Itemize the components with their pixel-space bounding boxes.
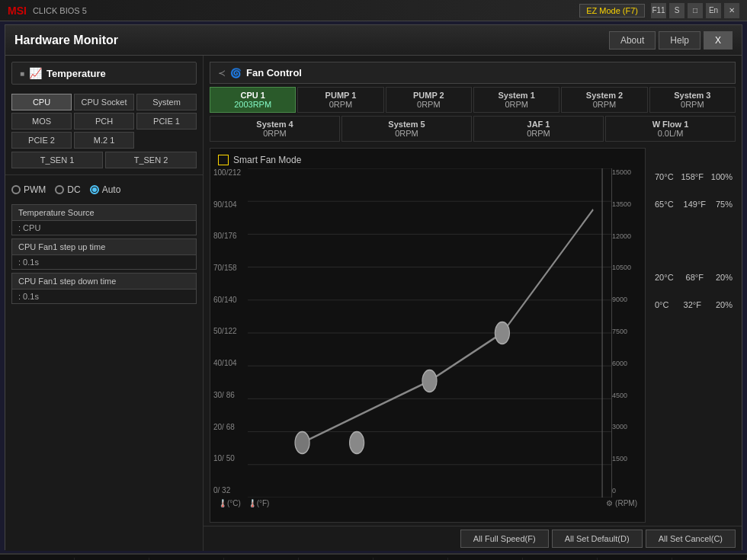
fan-system2-cell[interactable]: System 2 0RPM [561,87,647,113]
fan-jaf1-name: JAF 1 [479,120,598,129]
about-button[interactable]: About [609,31,656,50]
fan-system1-cell[interactable]: System 1 0RPM [473,87,559,113]
y-label-3: 70/158 [213,264,248,272]
fan-pump2-rpm: 0RPM [391,100,466,109]
temperature-label: Temperature [46,68,106,79]
top-icons: F11 S □ En ✕ [651,3,739,18]
set-cancel-button[interactable]: All Set Cancel(C) [646,530,736,548]
rpm-label: (RPM) [615,499,637,507]
fan-wflow1-rpm: 0.0L/M [611,129,730,138]
set-default-button[interactable]: All Set Default(D) [552,530,643,548]
temperature-section-header: ■ 📈 Temperature [11,62,197,85]
fan-control-header: ≺ 🌀 Fan Control [210,62,736,84]
fan-pump1-cell[interactable]: PUMP 1 0RPM [297,87,383,113]
radio-pwm[interactable]: PWM [11,184,46,195]
fan-cpu1-rpm: 2003RPM [215,100,290,109]
temp-c-2: 20°C [655,273,674,282]
sensor-pcie2-button[interactable]: PCIE 2 [11,132,72,149]
fan-pump2-cell[interactable]: PUMP 2 0RPM [386,87,472,113]
fan-system5-cell[interactable]: System 5 0RPM [341,116,472,142]
temp-source-label: Temperature Source [12,205,196,221]
right-panel: ≺ 🌀 Fan Control CPU 1 2003RPM PUMP 1 0RP… [204,56,742,551]
help-button[interactable]: Help [659,31,701,50]
sensor-pch-button[interactable]: PCH [74,113,134,130]
temp-level-3: 0°C 32°F 20% [655,300,733,309]
sensor-cpu-socket-button[interactable]: CPU Socket [74,94,134,110]
temp-f-0: 158°F [681,172,703,181]
full-speed-button[interactable]: All Full Speed(F) [460,530,549,548]
rpm-icon: ⚙ [606,499,613,507]
language-icon[interactable]: En [706,3,721,18]
y-label-4: 60/140 [213,296,248,304]
step-up-label: CPU Fan1 step up time [12,239,196,255]
chart-canvas[interactable] [248,168,611,498]
close-button[interactable]: X [704,31,733,50]
radio-pwm-circle [11,185,21,194]
top-bar-right: EZ Mode (F7) F11 S □ En ✕ [579,3,739,18]
temp-level-2: 20°C 68°F 20% [655,273,733,282]
chart-area: Smart Fan Mode 100/212 90/104 80/176 70/… [210,148,646,523]
fan-system3-cell[interactable]: System 3 0RPM [649,87,736,113]
fan-cpu1-name: CPU 1 [215,91,290,100]
radio-dc[interactable]: DC [55,184,80,195]
temp-f-2: 68°F [686,273,704,282]
bios-title: CLICK BIOS 5 [33,6,87,15]
fan-cpu1-cell[interactable]: CPU 1 2003RPM [210,87,296,113]
smart-fan-section: Smart Fan Mode 100/212 90/104 80/176 70/… [204,145,742,526]
chart-temp-indicators: 🌡️(°C) 🌡️(°F) [218,499,269,507]
f11-icon[interactable]: F11 [651,3,666,18]
y-label-8: 20/ 68 [213,423,248,431]
ez-mode-button[interactable]: EZ Mode (F7) [579,4,645,18]
fan-system5-name: System 5 [347,120,466,129]
expand-icon[interactable]: ■ [20,69,24,78]
sensor-tsen1-button[interactable]: T_SEN 1 [11,152,103,168]
screenshot-icon[interactable]: S [669,3,684,18]
bottom-stats: CPU 47°C 116°F CPU Socket 33°C 91°F Syst… [0,553,747,560]
y-label-7: 30/ 86 [213,391,248,399]
fan-jaf1-rpm: 0RPM [479,129,598,138]
chart-y-labels: 100/212 90/104 80/176 70/158 60/140 50/1… [213,168,248,498]
main-window: Hardware Monitor About Help X ■ 📈 Temper… [5,24,742,550]
y-label-1: 90/104 [213,200,248,209]
sensor-system-button[interactable]: System [136,94,197,110]
sensor-pcie1-button[interactable]: PCIE 1 [136,113,197,130]
sensor-mos-button[interactable]: MOS [11,113,72,130]
radio-dc-circle [55,185,64,194]
temp-level-0: 70°C 158°F 100% [655,172,733,181]
smart-fan-checkbox[interactable] [218,155,229,165]
temp-pct-3: 20% [716,300,733,309]
window-title: Hardware Monitor [14,34,118,47]
fan-control-label: Fan Control [246,67,302,78]
fan-curve-svg [248,168,611,498]
sensor-grid-row2: T_SEN 1 T_SEN 2 [5,152,203,171]
fan-system2-rpm: 0RPM [566,100,642,109]
step-down-box: CPU Fan1 step down time : 0.1s [11,273,197,304]
sensor-cpu-button[interactable]: CPU [11,94,72,110]
temp-pct-0: 100% [711,172,733,181]
fan-system5-rpm: 0RPM [347,129,466,138]
smart-fan-label: Smart Fan Mode [233,155,301,165]
sensor-m21-button[interactable]: M.2 1 [74,132,134,149]
top-bar-left: MSI CLICK BIOS 5 [8,5,87,17]
temp-c-0: 70°C [655,172,674,181]
divider1 [5,174,203,175]
fan-pump1-rpm: 0RPM [303,100,378,109]
radio-group: PWM DC Auto [5,178,203,201]
chart-wrapper: 100/212 90/104 80/176 70/158 60/140 50/1… [213,168,642,498]
close-top-icon[interactable]: ✕ [724,3,739,18]
fan-system2-name: System 2 [566,91,642,100]
fan-system3-name: System 3 [655,91,730,100]
fan-rpm-row2: System 4 0RPM System 5 0RPM JAF 1 0RPM W… [204,116,742,145]
fan-jaf1-cell[interactable]: JAF 1 0RPM [473,116,604,142]
sensor-grid-row1: CPU CPU Socket System MOS PCH PCIE 1 PCI… [5,91,203,152]
temp-level-1: 65°C 149°F 75% [655,200,733,209]
temp-source-value: : CPU [12,221,196,235]
radio-pwm-label: PWM [24,184,46,195]
radio-auto[interactable]: Auto [90,184,121,195]
sensor-tsen2-button[interactable]: T_SEN 2 [105,152,197,168]
fan-system4-cell[interactable]: System 4 0RPM [210,116,340,142]
fan-wflow1-cell[interactable]: W Flow 1 0.0L/M [605,116,736,142]
y-label-10: 0/ 32 [213,486,248,494]
msi-logo: MSI [8,5,27,17]
window-icon[interactable]: □ [688,3,703,18]
